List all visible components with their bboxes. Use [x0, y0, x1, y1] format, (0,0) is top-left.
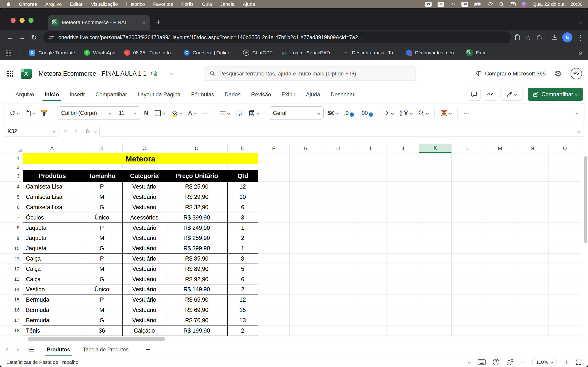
copy-link-icon[interactable]	[515, 34, 520, 41]
increase-decimal-button[interactable]: ,00→	[358, 107, 375, 119]
cell-O8[interactable]	[549, 223, 581, 233]
ribbon-tab-dados[interactable]: Dados	[219, 87, 246, 102]
data-cell-C15[interactable]: Vestuário	[123, 295, 166, 305]
cell-I17[interactable]	[355, 315, 387, 325]
cell-L4[interactable]	[451, 182, 484, 192]
column-header-L[interactable]: L	[451, 144, 484, 153]
data-cell-C14[interactable]: Vestuário	[123, 284, 166, 295]
data-cell-E16[interactable]: 15	[228, 305, 258, 315]
cell-F2[interactable]	[258, 164, 290, 170]
back-button[interactable]: ←	[4, 33, 16, 41]
bookmark-translate[interactable]: GGoogle Translate	[29, 50, 75, 56]
feedback-icon[interactable]	[507, 359, 514, 365]
settings-gear-icon[interactable]: ⚙	[554, 69, 562, 78]
cell-I2[interactable]	[355, 164, 387, 170]
cell-M9[interactable]	[484, 233, 516, 243]
cell-L11[interactable]	[451, 254, 484, 264]
data-cell-E8[interactable]: 1	[228, 223, 258, 233]
sheet-tab-produtos[interactable]: Produtos	[44, 342, 72, 357]
cell-A2[interactable]	[23, 164, 81, 170]
data-cell-E13[interactable]: 6	[228, 274, 258, 284]
cell-G14[interactable]	[290, 284, 322, 295]
cell-H7[interactable]	[322, 212, 355, 223]
cell-H11[interactable]	[322, 254, 355, 264]
currency-format-button[interactable]: $€	[326, 107, 340, 119]
cell-I12[interactable]	[355, 264, 387, 274]
table-header-cell[interactable]: Produtos	[23, 170, 81, 182]
downloads-icon[interactable]	[552, 34, 558, 41]
cell-J6[interactable]	[387, 202, 419, 213]
ribbon-tab-início[interactable]: Início	[39, 87, 64, 102]
data-cell-E14[interactable]: 2	[228, 284, 258, 295]
cell-M15[interactable]	[484, 295, 516, 305]
cell-M4[interactable]	[484, 182, 516, 192]
data-cell-E6[interactable]: 6	[228, 202, 258, 213]
workbook-statistics-button[interactable]: Estatísticas de Pasta de Trabalho	[6, 359, 78, 365]
row-header-5[interactable]: 5	[0, 192, 23, 202]
cell-H9[interactable]	[322, 233, 355, 243]
cell-G1[interactable]	[290, 153, 322, 164]
cell-J12[interactable]	[387, 264, 419, 274]
data-cell-A11[interactable]: Calça	[23, 254, 81, 264]
data-cell-D8[interactable]: R$ 249,90	[166, 223, 228, 233]
data-cell-B12[interactable]: M	[81, 264, 123, 274]
menubar-item-ajuda[interactable]: Ajuda	[243, 1, 255, 7]
cell-H12[interactable]	[322, 264, 355, 274]
bookmark-chatgpt[interactable]: ✳ChatGPT	[243, 50, 272, 56]
spotlight-search-icon[interactable]	[499, 2, 504, 7]
cell-G10[interactable]	[290, 243, 322, 254]
data-cell-D15[interactable]: R$ 65,90	[166, 295, 228, 305]
data-cell-D14[interactable]: R$ 149,90	[166, 284, 228, 295]
data-cell-E5[interactable]: 10	[228, 192, 258, 202]
cell-I18[interactable]	[355, 325, 387, 336]
cell-K14[interactable]	[419, 284, 451, 295]
cell-C2[interactable]	[123, 164, 166, 170]
cell-O10[interactable]	[549, 243, 581, 254]
cell-F14[interactable]	[258, 284, 290, 295]
row-header-16[interactable]: 16	[0, 305, 23, 315]
data-cell-D4[interactable]: R$ 25,90	[166, 182, 228, 192]
cancel-entry-icon[interactable]: ×	[62, 128, 69, 134]
row-header-8[interactable]: 8	[0, 223, 23, 233]
data-cell-A5[interactable]: Camiseta Lisa	[23, 192, 81, 202]
cell-I6[interactable]	[355, 202, 387, 213]
control-center-icon[interactable]	[510, 2, 516, 6]
data-cell-A12[interactable]: Calça	[23, 264, 81, 274]
cell-G2[interactable]	[290, 164, 322, 170]
decrease-decimal-button[interactable]: ,0←	[342, 107, 356, 119]
cell-O2[interactable]	[549, 164, 581, 170]
cell-N10[interactable]	[516, 243, 549, 254]
cell-M13[interactable]	[484, 274, 516, 284]
zoom-in-button[interactable]: +	[564, 358, 568, 366]
cell-K11[interactable]	[419, 254, 451, 264]
cell-L13[interactable]	[451, 274, 484, 284]
data-cell-B15[interactable]: P	[81, 295, 123, 305]
name-box[interactable]: K32	[4, 126, 59, 136]
input-language-badge[interactable]: BR	[461, 2, 468, 7]
cell-N7[interactable]	[516, 212, 549, 223]
data-cell-D9[interactable]: R$ 259,90	[166, 233, 228, 243]
data-cell-D10[interactable]: R$ 299,90	[166, 243, 228, 254]
bookmark-circle[interactable]: Découvrir les men...	[406, 50, 458, 56]
data-cell-E10[interactable]: 1	[228, 243, 258, 254]
cell-O12[interactable]	[549, 264, 581, 274]
cell-K12[interactable]	[419, 264, 451, 274]
column-header-J[interactable]: J	[387, 144, 419, 153]
cell-K15[interactable]	[419, 295, 451, 305]
cell-G12[interactable]	[290, 264, 322, 274]
menubar-item-arquivo[interactable]: Arquivo	[45, 1, 61, 7]
row-header-3[interactable]: 3	[0, 170, 23, 182]
cell-J14[interactable]	[387, 284, 419, 295]
cell-N16[interactable]	[516, 305, 549, 315]
cell-J2[interactable]	[387, 164, 419, 170]
cell-H8[interactable]	[322, 223, 355, 233]
merge-cells-button[interactable]	[246, 107, 261, 119]
add-sheet-button[interactable]: +	[146, 345, 150, 354]
cell-K6[interactable]	[419, 202, 451, 213]
ribbon-tab-exibir[interactable]: Exibir	[276, 87, 301, 102]
wifi-icon[interactable]	[487, 2, 493, 6]
window-maximize-button[interactable]	[28, 18, 34, 23]
cell-H5[interactable]	[322, 192, 355, 202]
column-header-E[interactable]: E	[228, 144, 258, 153]
cell-K9[interactable]	[419, 233, 451, 243]
